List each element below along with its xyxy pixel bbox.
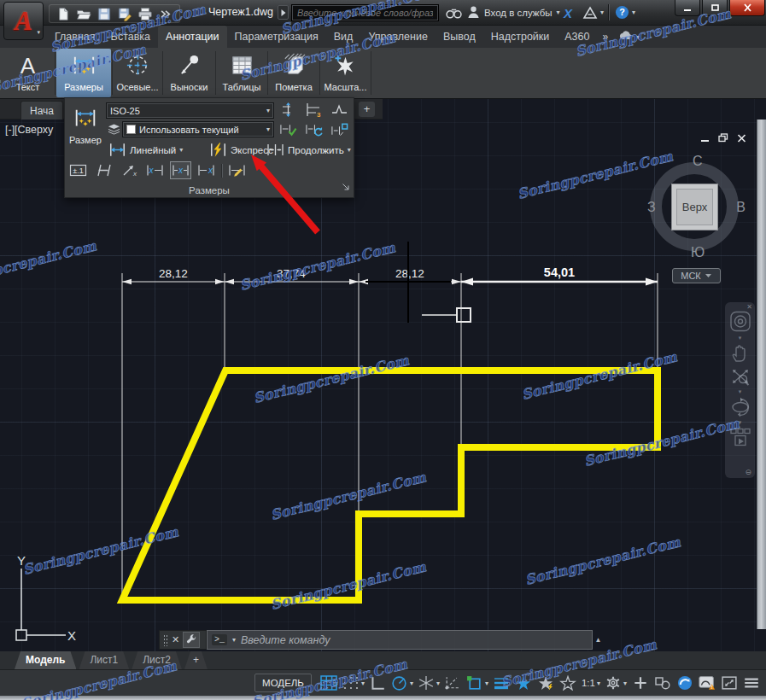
- justify-right-icon[interactable]: x: [196, 161, 217, 179]
- panel-centerlines[interactable]: Осевые...: [114, 49, 161, 97]
- command-expand-icon[interactable]: ▲: [593, 630, 604, 650]
- panel-dimensions[interactable]: Размеры: [56, 49, 111, 97]
- autoscale-toggle[interactable]: [537, 674, 555, 692]
- layout-tab-new[interactable]: +: [184, 651, 208, 669]
- clean-screen-button[interactable]: [720, 674, 738, 692]
- panel-expand-icon[interactable]: [342, 178, 349, 194]
- navbar-caret-icon[interactable]: ▾: [739, 335, 742, 341]
- annotation-scale-button[interactable]: [559, 674, 577, 692]
- adjust-space-icon[interactable]: [279, 102, 297, 118]
- annotation-visibility-toggle[interactable]: [515, 674, 533, 692]
- tab-output[interactable]: Вывод: [436, 26, 483, 48]
- text-angle-icon[interactable]: x: [119, 161, 140, 179]
- command-settings-button[interactable]: [183, 632, 200, 648]
- break-dim-icon[interactable]: [330, 102, 348, 118]
- navbar-caret-icon[interactable]: ▾: [739, 419, 742, 426]
- hardware-warning-button[interactable]: !: [698, 674, 716, 692]
- maximize-button[interactable]: [702, 0, 728, 16]
- panel-annotation-scaling[interactable]: Масшта...: [321, 49, 370, 97]
- polyline-shape[interactable]: [122, 370, 658, 600]
- reassociate-dim-icon[interactable]: [330, 121, 348, 137]
- command-line-grip[interactable]: ✕: [159, 630, 207, 650]
- dim-label-3[interactable]: 28,12: [395, 267, 424, 280]
- workspace-gear-button[interactable]: ▾: [605, 674, 627, 692]
- update-dim-icon[interactable]: [305, 121, 323, 137]
- tab-view[interactable]: Вид: [326, 26, 361, 48]
- model-space-button[interactable]: МОДЕЛЬ: [254, 674, 312, 692]
- dimension-button[interactable]: Размер: [67, 101, 104, 157]
- expand-more-icon[interactable]: [158, 7, 173, 21]
- customization-button[interactable]: [742, 674, 760, 692]
- view-cube-north[interactable]: С: [693, 154, 703, 169]
- tab-manage[interactable]: Управление: [360, 26, 436, 48]
- exchange-apps-icon[interactable]: X: [560, 6, 576, 23]
- tolerance-icon[interactable]: ±.1: [67, 161, 89, 179]
- layout-tab-model[interactable]: Модель: [15, 651, 76, 669]
- close-button[interactable]: [729, 0, 765, 16]
- command-line-bar[interactable]: ✕ >_ ▾ Введите команду ▲: [159, 630, 604, 650]
- help-button[interactable]: ?▾: [615, 0, 635, 25]
- dim-style-combo[interactable]: ISO-25▾: [106, 102, 274, 119]
- navigation-bar[interactable]: ✕ ⊖ ▾▾▾: [725, 302, 755, 478]
- view-cube-south[interactable]: Ю: [691, 245, 705, 260]
- panel-leaders[interactable]: Выноски: [164, 49, 214, 97]
- view-cube[interactable]: С В Ю З Верх: [646, 155, 746, 258]
- pan-icon[interactable]: [729, 342, 751, 365]
- view-cube-east[interactable]: В: [736, 200, 746, 215]
- check-dim-icon[interactable]: [279, 121, 297, 137]
- minimize-button[interactable]: [675, 0, 700, 16]
- doc-tab-scroll-button[interactable]: [278, 5, 289, 20]
- search-icon[interactable]: [445, 6, 463, 23]
- orbit-icon[interactable]: [728, 396, 752, 418]
- graphics-performance-toggle[interactable]: [675, 674, 693, 692]
- save-icon[interactable]: [96, 7, 112, 21]
- command-input[interactable]: >_ ▾ Введите команду: [207, 630, 593, 650]
- status-plus-button[interactable]: [631, 674, 649, 692]
- baseline-dim-icon[interactable]: 3: [305, 102, 323, 118]
- open-file-icon[interactable]: [76, 7, 91, 21]
- wcs-badge[interactable]: МСК: [672, 268, 721, 283]
- sign-in-button[interactable]: Вход в службы▾: [467, 0, 560, 25]
- view-cube-west[interactable]: З: [647, 200, 656, 215]
- oblique-icon[interactable]: [93, 161, 114, 179]
- snap-mode-toggle[interactable]: ▾: [342, 674, 365, 692]
- drawing-minimize-icon[interactable]: [700, 131, 710, 146]
- layout-tab-list1[interactable]: Лист1: [79, 651, 129, 669]
- viewport-label[interactable]: [-][Сверху: [5, 124, 67, 136]
- save-as-icon[interactable]: [117, 7, 132, 21]
- polar-tracking-toggle[interactable]: ▾: [391, 674, 413, 692]
- panel-tables[interactable]: Таблицы: [217, 49, 266, 97]
- navbar-caret-icon[interactable]: ▾: [739, 388, 742, 395]
- panel-markup[interactable]: Пометка: [269, 49, 319, 97]
- file-tab-new-button[interactable]: +: [359, 102, 375, 117]
- search-input[interactable]: [291, 4, 439, 21]
- tab-addins[interactable]: Надстройки: [483, 26, 558, 48]
- linear-dim-button[interactable]: Линейный▾: [107, 141, 184, 159]
- dim-label-4[interactable]: 54,01: [544, 265, 575, 279]
- dim-label-2[interactable]: 37,74: [277, 267, 306, 280]
- showmotion-icon[interactable]: [728, 427, 752, 448]
- lineweight-toggle[interactable]: [493, 674, 511, 692]
- navbar-collapse-icon[interactable]: ⊖: [745, 468, 751, 476]
- vertical-scrollbar[interactable]: [757, 120, 766, 629]
- object-snap-toggle[interactable]: ▾: [466, 674, 488, 692]
- app-menu-button[interactable]: A▾: [3, 2, 44, 40]
- drag-grip-icon[interactable]: [163, 634, 168, 646]
- navwheel-icon[interactable]: [728, 311, 753, 334]
- scale-value-button[interactable]: 1:1▾: [582, 674, 600, 692]
- drawing-close-icon[interactable]: [737, 131, 746, 146]
- tab-parametric[interactable]: Параметризация: [227, 26, 326, 48]
- justify-center-icon[interactable]: x: [170, 161, 191, 179]
- a360-button[interactable]: ▾: [582, 0, 604, 25]
- connect-cloud-icon[interactable]: ▾: [613, 26, 645, 48]
- navbar-close-icon[interactable]: ✕: [746, 303, 752, 311]
- tab-annotate[interactable]: Аннотации: [158, 26, 226, 48]
- panel-text[interactable]: AТекст: [2, 49, 54, 97]
- ortho-toggle[interactable]: [369, 674, 387, 692]
- isolate-objects-button[interactable]: [653, 674, 671, 692]
- new-file-icon[interactable]: [56, 7, 71, 21]
- tab-home[interactable]: Главная: [47, 26, 103, 48]
- command-close-icon[interactable]: ✕: [172, 635, 179, 645]
- tab-insert[interactable]: Вставка: [103, 26, 158, 48]
- dim-layer-combo[interactable]: Использовать текущий▾: [122, 121, 274, 137]
